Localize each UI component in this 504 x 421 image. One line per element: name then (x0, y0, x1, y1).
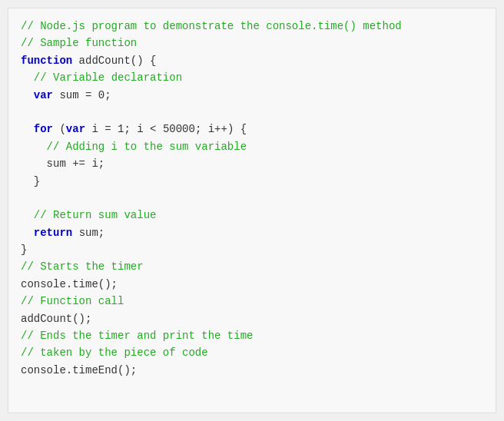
code-token-plain (21, 209, 34, 221)
code-token-plain: console.time(); (21, 278, 118, 290)
code-token-plain: addCount() { (72, 55, 156, 67)
code-token-plain: i = 1; i < 50000; i++) { (85, 123, 247, 135)
code-token-plain: sum; (72, 227, 104, 239)
code-token-keyword: return (34, 227, 72, 239)
code-token-plain (21, 71, 34, 84)
code-token-comment: // taken by the piece of code (21, 346, 208, 359)
code-token-keyword: for (34, 123, 53, 135)
code-token-plain: console.timeEnd(); (21, 364, 137, 376)
code-line: console.time(); (21, 276, 483, 293)
code-line (21, 104, 483, 121)
code-token-comment: // Variable declaration (34, 71, 182, 84)
code-token-comment: // Adding i to the sum variable (47, 141, 247, 153)
code-token-plain: } (21, 244, 27, 256)
code-token-plain (21, 123, 34, 135)
code-line: console.timeEnd(); (21, 362, 483, 379)
code-token-comment: // Starts the timer (21, 260, 144, 273)
code-token-plain (21, 89, 34, 101)
code-line: } (21, 173, 483, 190)
code-token-plain: } (21, 175, 40, 187)
code-line: // Ends the timer and print the time (21, 327, 483, 344)
code-token-comment: // Node.js program to demonstrate the co… (21, 20, 402, 32)
code-line: // taken by the piece of code (21, 344, 483, 361)
code-token-plain: addCount(); (21, 313, 91, 325)
code-line: // Adding i to the sum variable (21, 138, 483, 155)
code-line: // Function call (21, 293, 483, 310)
code-token-plain (21, 227, 34, 239)
code-line: // Variable declaration (21, 69, 483, 86)
code-line: addCount(); (21, 310, 483, 327)
code-token-plain: sum += i; (21, 157, 104, 170)
code-line: } (21, 241, 483, 258)
code-token-plain: ( (53, 123, 66, 135)
code-token-comment: // Function call (21, 295, 124, 307)
code-token-comment: // Return sum value (34, 209, 157, 221)
code-token-comment: // Ends the timer and print the time (21, 330, 253, 342)
code-line: // Sample function (21, 35, 483, 51)
code-line: return sum; (21, 224, 483, 241)
code-token-keyword: var (34, 89, 53, 101)
code-container: // Node.js program to demonstrate the co… (8, 8, 496, 413)
code-token-comment: // Sample function (21, 37, 137, 49)
code-token-plain: sum = 0; (53, 89, 111, 101)
code-line: for (var i = 1; i < 50000; i++) { (21, 121, 483, 138)
code-line (21, 190, 483, 207)
code-line: // Node.js program to demonstrate the co… (21, 18, 483, 35)
code-line: function addCount() { (21, 52, 483, 69)
code-token-plain (21, 141, 47, 153)
code-line: // Return sum value (21, 207, 483, 224)
code-token-keyword: var (66, 123, 85, 135)
code-line: // Starts the timer (21, 258, 483, 275)
code-token-keyword: function (21, 55, 72, 67)
code-line: sum += i; (21, 155, 483, 172)
code-line: var sum = 0; (21, 87, 483, 104)
code-block: // Node.js program to demonstrate the co… (21, 18, 483, 379)
